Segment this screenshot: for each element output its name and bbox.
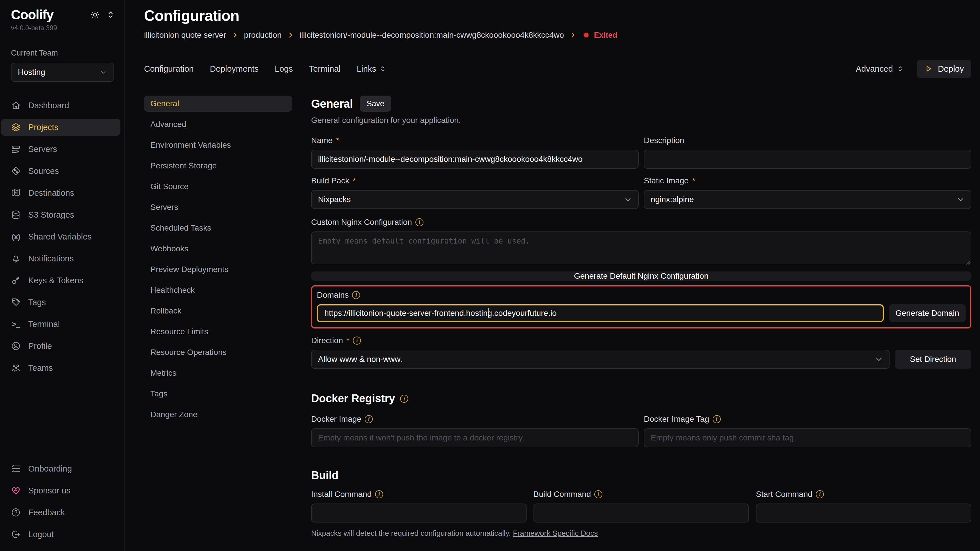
start-command-input[interactable] bbox=[756, 503, 971, 522]
generate-domain-button[interactable]: Generate Domain bbox=[889, 304, 966, 322]
custom-nginx-textarea[interactable] bbox=[311, 232, 971, 264]
current-team-label: Current Team bbox=[0, 49, 124, 57]
info-icon[interactable] bbox=[365, 415, 373, 423]
subnav-item-rollback[interactable]: Rollback bbox=[144, 303, 292, 319]
install-command-input[interactable] bbox=[311, 503, 527, 522]
build-command-input[interactable] bbox=[533, 503, 749, 522]
chevron-down-icon bbox=[624, 195, 632, 204]
subnav-item-tags[interactable]: Tags bbox=[144, 386, 292, 402]
advanced-menu[interactable]: Advanced bbox=[856, 64, 904, 74]
static-image-select[interactable]: nginx:alpine bbox=[644, 190, 971, 209]
subnav-item-healthcheck[interactable]: Healthcheck bbox=[144, 282, 292, 298]
status-dot-icon bbox=[583, 32, 589, 38]
sidebar-item-sponsor-us[interactable]: Sponsor us bbox=[1, 482, 121, 499]
theme-selector-icon[interactable] bbox=[106, 10, 115, 19]
sidebar-item-projects[interactable]: Projects bbox=[1, 119, 121, 136]
deploy-button[interactable]: Deploy bbox=[916, 60, 971, 78]
sidebar-item-label: Keys & Tokens bbox=[28, 276, 83, 285]
domains-label: Domains bbox=[317, 291, 348, 300]
info-icon[interactable] bbox=[352, 291, 360, 299]
subnav-item-git-source[interactable]: Git Source bbox=[144, 178, 292, 195]
variables-icon: (x) bbox=[11, 232, 21, 241]
info-icon[interactable] bbox=[415, 218, 423, 226]
sidebar-item-label: Profile bbox=[28, 341, 52, 351]
sidebar-item-logout[interactable]: Logout bbox=[1, 526, 121, 543]
config-subnav: General Advanced Environment Variables P… bbox=[144, 95, 292, 551]
subnav-item-danger-zone[interactable]: Danger Zone bbox=[144, 407, 292, 422]
sidebar-item-s3-storages[interactable]: S3 Storages bbox=[1, 206, 121, 223]
subnav-item-advanced[interactable]: Advanced bbox=[144, 116, 292, 132]
sidebar-item-teams[interactable]: Teams bbox=[1, 359, 121, 376]
subnav-item-webhooks[interactable]: Webhooks bbox=[144, 241, 292, 257]
sidebar-item-sources[interactable]: Sources bbox=[1, 162, 121, 179]
sidebar-item-dashboard[interactable]: Dashboard bbox=[1, 97, 121, 114]
sidebar-item-notifications[interactable]: Notifications bbox=[1, 250, 121, 267]
install-command-field: Install Command bbox=[311, 489, 527, 522]
sidebar-item-destinations[interactable]: Destinations bbox=[1, 184, 121, 202]
subnav-item-resource-limits[interactable]: Resource Limits bbox=[144, 324, 292, 340]
name-input[interactable] bbox=[311, 150, 639, 169]
subnav-item-general[interactable]: General bbox=[144, 95, 292, 112]
subnav-item-persistent-storage[interactable]: Persistent Storage bbox=[144, 158, 292, 174]
subnav-item-servers[interactable]: Servers bbox=[144, 199, 292, 215]
breadcrumb-project[interactable]: illicitonion quote server bbox=[144, 30, 226, 40]
docker-image-input[interactable] bbox=[311, 428, 639, 447]
status-text: Exited bbox=[594, 31, 617, 40]
tab-links[interactable]: Links bbox=[356, 64, 387, 74]
sidebar-item-keys-tokens[interactable]: Keys & Tokens bbox=[1, 272, 121, 289]
domains-input[interactable] bbox=[317, 304, 884, 322]
direction-select[interactable]: Allow www & non-www. bbox=[311, 350, 889, 369]
sidebar-item-label: Dashboard bbox=[28, 101, 69, 110]
subnav-item-environment-variables[interactable]: Environment Variables bbox=[144, 137, 292, 153]
save-button[interactable]: Save bbox=[360, 95, 391, 112]
heart-icon bbox=[11, 486, 21, 495]
set-direction-button[interactable]: Set Direction bbox=[895, 350, 971, 369]
sidebar-item-tags[interactable]: Tags bbox=[1, 294, 121, 311]
breadcrumb: illicitonion quote server production ill… bbox=[144, 30, 971, 40]
tab-terminal[interactable]: Terminal bbox=[309, 64, 341, 74]
start-command-field: Start Command bbox=[756, 489, 971, 522]
subnav-item-preview-deployments[interactable]: Preview Deployments bbox=[144, 261, 292, 278]
static-image-field: Static Image nginx:alpine bbox=[644, 176, 971, 209]
sidebar-item-feedback[interactable]: Feedback bbox=[1, 504, 121, 521]
subnav-item-metrics[interactable]: Metrics bbox=[144, 365, 292, 381]
theme-sun-icon[interactable] bbox=[91, 10, 100, 19]
sidebar-item-servers[interactable]: Servers bbox=[1, 140, 121, 158]
build-pack-select[interactable]: Nixpacks bbox=[311, 190, 639, 209]
install-command-label: Install Command bbox=[311, 490, 372, 499]
info-icon[interactable] bbox=[594, 490, 602, 498]
domains-highlight-box: Domains Generate Domain bbox=[311, 285, 971, 329]
coolify-app: Coolify v4.0.0-beta.399 Current Team Hos… bbox=[0, 0, 980, 551]
key-icon bbox=[11, 275, 21, 285]
tab-logs[interactable]: Logs bbox=[275, 64, 293, 74]
breadcrumb-environment[interactable]: production bbox=[244, 30, 282, 40]
generate-nginx-button[interactable]: Generate Default Nginx Configuration bbox=[311, 272, 971, 281]
info-icon[interactable] bbox=[375, 490, 383, 498]
subnav-item-scheduled-tasks[interactable]: Scheduled Tasks bbox=[144, 220, 292, 236]
info-icon[interactable] bbox=[353, 337, 361, 345]
tab-configuration[interactable]: Configuration bbox=[144, 64, 194, 74]
custom-nginx-label: Custom Nginx Configuration bbox=[311, 218, 412, 227]
sidebar-item-onboarding[interactable]: Onboarding bbox=[1, 460, 121, 477]
build-command-label: Build Command bbox=[533, 490, 591, 499]
description-input[interactable] bbox=[644, 150, 971, 169]
framework-docs-link[interactable]: Framework Specific Docs bbox=[513, 529, 598, 537]
direction-field: Direction Allow www & non-www. Set Direc… bbox=[311, 335, 971, 369]
sidebar-item-label: Projects bbox=[28, 123, 59, 132]
required-asterisk bbox=[336, 136, 339, 145]
sidebar-item-terminal[interactable]: >_ Terminal bbox=[1, 316, 121, 333]
sidebar-item-shared-variables[interactable]: (x) Shared Variables bbox=[1, 228, 121, 245]
breadcrumb-application[interactable]: illicitestonion/-module--decomposition:m… bbox=[299, 30, 564, 40]
info-icon[interactable] bbox=[713, 415, 721, 423]
docker-image-tag-input[interactable] bbox=[644, 428, 971, 447]
sidebar-item-profile[interactable]: Profile bbox=[1, 337, 121, 355]
info-icon[interactable] bbox=[400, 395, 408, 403]
users-icon bbox=[11, 363, 21, 373]
chevron-right-icon bbox=[569, 32, 577, 39]
info-icon[interactable] bbox=[816, 490, 824, 498]
checklist-icon bbox=[11, 464, 21, 473]
chevron-right-icon bbox=[231, 32, 239, 39]
subnav-item-resource-operations[interactable]: Resource Operations bbox=[144, 344, 292, 360]
tab-deployments[interactable]: Deployments bbox=[210, 64, 259, 74]
team-select[interactable]: Hosting bbox=[11, 63, 114, 82]
